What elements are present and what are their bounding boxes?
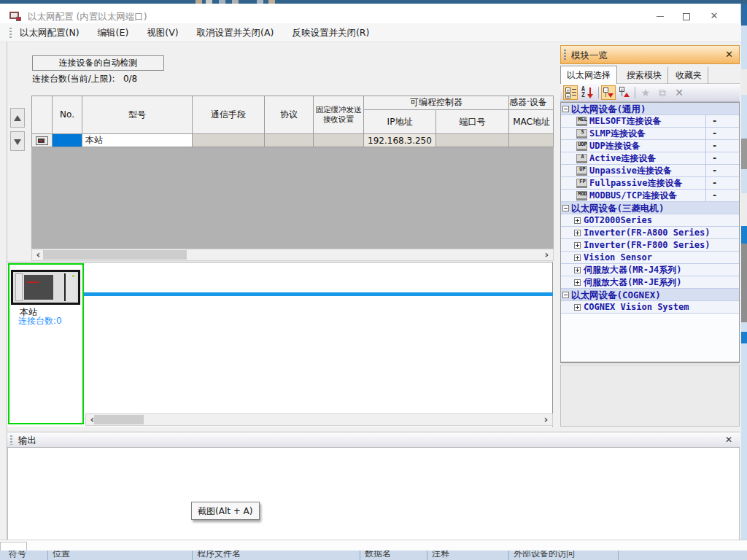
scroll-right-icon[interactable]: › [540,414,552,425]
row-ip-cell[interactable]: 192.168.3.250 [364,134,436,147]
network-canvas[interactable] [7,262,553,427]
expand-icon[interactable] [574,230,581,236]
output-panel-content[interactable] [7,448,740,540]
table-hscrollbar[interactable]: ‹ › [31,249,554,261]
minimize-button[interactable] [648,8,673,24]
module-preview-panel [560,365,740,427]
collapse-icon[interactable] [562,106,569,112]
row-no-cell-selected[interactable] [53,134,82,147]
collapse-icon[interactable] [562,205,569,211]
header-selector [31,96,53,134]
tree-item-fullpassive[interactable]: FPFullpassive连接设备- [561,177,739,190]
menu-reflect-and-close[interactable]: 反映设置并关闭(R) [290,25,371,42]
menubar-grip[interactable] [9,28,12,38]
menu-view[interactable]: 视图(V) [145,25,179,42]
tree-item-active[interactable]: AActive连接设备- [561,152,739,165]
output-close-icon[interactable]: ✕ [725,435,732,445]
window-title: 以太网配置 (内置以太网端口) [28,11,147,23]
row-buffer-cell[interactable] [314,134,364,147]
close-button[interactable]: ✕ [702,8,727,24]
panel-close-icon[interactable]: ✕ [725,49,733,60]
tree-section-ethernet-general[interactable]: 以太网设备(通用) [561,103,739,115]
row-port-cell[interactable] [436,134,509,147]
module-icon: MEL [576,117,587,126]
device-table: No. 型号 通信手段 协议 固定缓冲发送接收设置 可编程控制器 IP地址 端口… [31,96,554,147]
row-model-cell[interactable]: 本站 [82,134,193,147]
move-row-down-button[interactable] [10,131,25,151]
background-window-edge [741,4,747,551]
row-selector-cell[interactable] [31,134,53,147]
ethernet-trunk-line [82,292,553,296]
tree-item-unpassive[interactable]: UPUnpassive连接设备- [561,165,739,177]
tree-branch-inverter-frf800[interactable]: Inverter(FR-F800 Series) [561,239,739,252]
tree-branch-inverter-fra800[interactable]: Inverter(FR-A800 Series) [561,227,739,239]
screenshot-tooltip: 截图(Alt + A) [191,502,260,520]
title-bar: 以太网配置 (内置以太网端口) ✕ [0,4,741,23]
tree-branch-vision-sensor[interactable]: Vision Sensor [561,252,739,264]
output-grip[interactable] [10,435,12,445]
watch-col-comment: 注释 [432,551,449,560]
tab-find-module[interactable]: 搜索模块 [621,67,668,84]
tab-ethernet-selection[interactable]: 以太网选择 [560,66,617,84]
display-order-icon[interactable]: ++ [563,85,578,100]
tree-section-ethernet-cognex[interactable]: 以太网设备(COGNEX) [561,289,739,301]
tree-branch-cognex-vision[interactable]: COGNEX Vision System [561,301,739,314]
watch-col-symbol: 符号 [9,551,26,560]
tree-section-ethernet-mitsubishi[interactable]: 以太网设备(三菱电机) [561,202,739,214]
panel-grip[interactable] [564,50,566,61]
row-comm-cell[interactable] [193,134,265,147]
watch-col-program-file: 程序文件名 [197,551,241,560]
menu-ethernet-config[interactable]: 以太网配置(N) [18,25,81,42]
module-icon: UP [576,166,587,176]
tree-item-melsoft[interactable]: MELMELSOFT连接设备- [561,115,739,128]
tree-branch-servo-mrj4[interactable]: 伺服放大器(MR-J4系列) [561,264,739,276]
tree-item-modbus[interactable]: MODMODBUS/TCP连接设备- [561,190,739,202]
tree-branch-got2000[interactable]: GOT2000Series [561,214,739,227]
module-icon: S [576,129,587,139]
header-fixed-buffer: 固定缓冲发送接收设置 [314,96,364,134]
table-scroll-thumb[interactable] [43,250,187,260]
favorite-star-icon[interactable]: ★ [638,85,653,100]
watch-col-data-name: 数据名 [365,551,391,560]
expand-icon[interactable] [574,254,581,261]
station-connections-label: 连接台数:0 [18,315,62,327]
background-watch-header: 符号 位置 程序文件名 数据名 注释 外部设备的访问 [0,551,747,560]
collapse-icon[interactable] [562,292,569,298]
header-mac: MAC地址 [509,110,554,134]
station-mini-icon [36,136,48,145]
tab-favorites[interactable]: 收藏夹 [670,67,708,84]
delete-favorite-icon[interactable]: ✕ [672,85,686,100]
row-mac-cell[interactable] [509,134,554,147]
expand-icon[interactable] [574,267,581,273]
row-protocol-cell[interactable] [265,134,314,147]
plc-module-image[interactable] [11,270,80,305]
scroll-right-icon[interactable]: › [541,249,553,260]
table-empty-area [31,147,554,249]
expand-icon[interactable] [574,242,581,249]
header-model: 型号 [82,96,193,134]
tree-item-udp[interactable]: UDPUDP连接设备- [561,140,739,152]
module-icon: MOD [576,191,587,201]
auto-detect-button[interactable]: 连接设备的自动检测 [32,55,164,71]
move-row-up-button[interactable] [10,108,25,128]
maximize-button[interactable] [674,8,699,24]
header-no: No. [53,96,82,134]
header-port: 端口号 [436,110,509,134]
tree-branch-servo-mrje[interactable]: 伺服放大器(MR-JE系列) [561,276,739,289]
output-title: 输出 [18,435,36,447]
toolbar-separator [635,87,635,98]
sort-az-icon[interactable]: A Z [580,85,595,100]
tree-item-slmp[interactable]: SSLMP连接设备- [561,128,739,140]
menu-edit[interactable]: 编辑(E) [96,25,131,42]
canvas-hscrollbar[interactable]: ‹ › [85,413,553,426]
canvas-scroll-thumb[interactable] [94,415,144,424]
collapse-tree-icon[interactable]: - [601,85,616,100]
module-icon: A [576,154,587,163]
expand-icon[interactable] [574,279,581,286]
header-ip: IP地址 [364,110,436,134]
expand-tree-icon[interactable]: + [618,85,632,100]
menu-cancel-and-close[interactable]: 取消设置并关闭(A) [196,25,276,42]
expand-icon[interactable] [574,217,581,224]
add-favorite-icon[interactable]: ⧉ [655,85,670,100]
expand-icon[interactable] [574,304,581,311]
